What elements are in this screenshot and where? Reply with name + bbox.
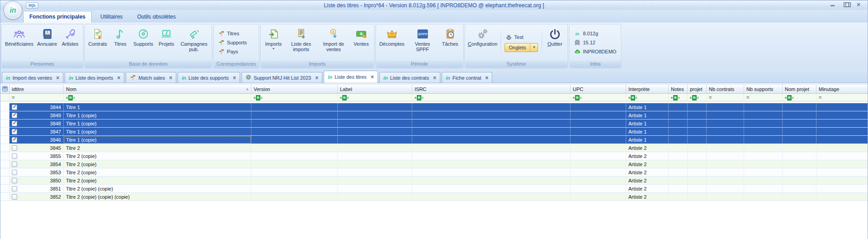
filter-cell-isrc[interactable]: aBc <box>412 94 571 101</box>
filter-cell-label[interactable]: aBc <box>338 94 412 101</box>
column-header-nom[interactable]: Nom▲ <box>64 84 251 94</box>
ribbon-tab-utilitaires[interactable]: Utilitaires <box>94 11 128 23</box>
close-icon[interactable]: × <box>857 2 863 7</box>
filter-cell-idtitre[interactable]: = <box>9 94 64 101</box>
ribbon-button-supports[interactable]: Supports <box>132 25 155 60</box>
ribbon-button-decomptes[interactable]: Décomptes <box>377 25 406 60</box>
ribbon-button-quitter[interactable]: Quitter <box>543 25 566 60</box>
column-header-label[interactable]: Label <box>338 84 412 94</box>
document-tab-liste-des-titres[interactable]: inListe des titres× <box>324 71 378 83</box>
grid-row-3847[interactable]: 3847Titre 1 (copie)Artiste 1 <box>0 128 868 136</box>
grid-row-3850[interactable]: 3850Titre 2 (copie)Artiste 2 <box>0 177 868 185</box>
grid-row-3851[interactable]: 3851Titre 2 (copie) (copie)Artiste 2 <box>0 185 868 193</box>
filter-cell-upc[interactable]: aBc <box>571 94 626 101</box>
close-icon[interactable]: × <box>433 76 436 80</box>
column-header-version[interactable]: Version <box>251 84 338 94</box>
checkbox-checked-icon[interactable] <box>12 105 17 110</box>
close-icon[interactable]: × <box>485 76 488 80</box>
column-header-nom-projet[interactable]: Nom projet <box>783 84 816 94</box>
ribbon-tab-fonctions-principales[interactable]: Fonctions principales <box>23 11 92 23</box>
restore-icon[interactable] <box>843 2 849 7</box>
grid-row-3846[interactable]: 3846Titre 1 (copie)Artiste 1 <box>0 136 868 144</box>
ribbon-button-projets[interactable]: Projets <box>155 25 178 60</box>
column-header-nb-contrats[interactable]: Nb contrats <box>707 84 744 94</box>
grid-row-3853[interactable]: 3853Titre 2 (copie)Artiste 2 <box>0 168 868 177</box>
checkbox-unchecked-icon[interactable] <box>12 153 17 159</box>
close-icon[interactable]: × <box>371 75 374 79</box>
ribbon-button-ventes-sppf[interactable]: SPPFVentes SPPF <box>406 25 439 60</box>
close-icon[interactable]: × <box>169 76 172 80</box>
grid-row-3849[interactable]: 3849Titre 1 (copie)Artiste 1 <box>0 111 868 120</box>
document-tab-match-sales[interactable]: Match sales× <box>126 72 176 83</box>
checkbox-unchecked-icon[interactable] <box>12 178 17 183</box>
filter-cell-version[interactable]: aBc <box>251 94 338 101</box>
ribbon-button-annuaire[interactable]: Annuaire <box>35 25 59 60</box>
checkbox-unchecked-icon[interactable] <box>12 186 17 191</box>
checkbox-unchecked-icon[interactable] <box>12 170 17 175</box>
column-header-nb-supports[interactable]: Nb supports <box>744 84 783 94</box>
checkbox-unchecked-icon[interactable] <box>12 162 17 167</box>
ribbon-button-titres[interactable]: Titres <box>109 25 132 60</box>
grid-row-3852[interactable]: 3852Titre 2 (copie) (copie) (copie)Artis… <box>0 193 868 201</box>
filter-cell-nom[interactable]: aBc <box>64 94 251 101</box>
filter-cell-nom_projet[interactable]: aBc <box>783 94 816 101</box>
document-tab-liste-des-contrats[interactable]: inListe des contrats× <box>379 72 440 83</box>
filter-cell-notes[interactable]: aBc <box>669 94 688 101</box>
sql-quick-access-button[interactable]: SQL <box>26 2 38 9</box>
ribbon-button-pays[interactable]: Pays <box>217 48 248 55</box>
ribbon-button-imports[interactable]: Imports▼ <box>262 25 285 60</box>
ribbon-button-titres[interactable]: Titres <box>217 30 248 37</box>
ribbon-tab-outils-obsoletes[interactable]: Outils obsolètes <box>131 11 181 23</box>
close-icon[interactable]: × <box>233 76 236 80</box>
ribbon-button-contrats[interactable]: Contrats <box>86 25 109 60</box>
grid-row-3855[interactable]: 3855Titre 2 (copie)Artiste 2 <box>0 152 868 160</box>
grid-row-3845[interactable]: 3845Titre 2Artiste 2 <box>0 144 868 152</box>
column-header-notes[interactable]: Notes <box>669 84 688 94</box>
document-tab-liste-des-imports[interactable]: inListe des imports× <box>65 72 124 83</box>
checkbox-unchecked-icon[interactable] <box>12 194 17 200</box>
grid-row-3854[interactable]: 3854Titre 2 (copie)Artiste 2 <box>0 160 868 168</box>
document-tab-import-des-ventes[interactable]: inImport des ventes× <box>2 72 63 83</box>
filter-cell-interprete[interactable]: aBc <box>626 94 669 101</box>
ribbon-button-15-12[interactable]: 15.12 <box>573 39 617 46</box>
column-header-interprete[interactable]: Interprète <box>626 84 669 94</box>
column-header-isrc[interactable]: ISRC <box>412 84 571 94</box>
checkbox-checked-icon[interactable] <box>12 129 17 134</box>
column-header-projet[interactable]: projet <box>688 84 707 94</box>
checkbox-checked-icon[interactable] <box>12 113 17 118</box>
filter-cell-nb_supports[interactable]: = <box>744 94 783 101</box>
document-tab-fiche-contrat[interactable]: inFiche contrat× <box>442 72 492 83</box>
column-header-upc[interactable]: UPC <box>571 84 626 94</box>
ribbon-button-supports[interactable]: Supports <box>217 39 248 46</box>
ribbon-button-artistes[interactable]: Artistes <box>59 25 81 60</box>
filter-cell-minutage[interactable]: = <box>816 94 868 101</box>
checkbox-checked-icon[interactable] <box>12 121 17 126</box>
column-header-indicator[interactable] <box>0 84 9 94</box>
close-icon[interactable]: × <box>56 76 59 80</box>
filter-cell-nb_contrats[interactable]: = <box>707 94 744 101</box>
minimize-icon[interactable] <box>830 2 836 7</box>
ribbon-button-8-012g[interactable]: in8.012g <box>573 30 617 37</box>
ribbon-button-configuration[interactable]: Configuration <box>467 25 499 60</box>
checkbox-checked-icon[interactable] <box>12 137 17 143</box>
ribbon-button-inpro8demo[interactable]: INPRO8DEMO <box>573 48 617 55</box>
column-header-idtitre[interactable]: idtitre <box>9 84 64 94</box>
document-tab-support-nrj-hit-list-2023[interactable]: Support NRJ Hit List 2023× <box>241 72 322 83</box>
app-menu-orb[interactable]: in <box>4 1 22 19</box>
ribbon-button-liste-des-imports[interactable]: Liste des imports <box>285 25 317 60</box>
ribbon-button-onglets[interactable]: Onglets▼ <box>505 43 538 52</box>
close-icon[interactable]: × <box>117 76 120 80</box>
column-header-minutage[interactable]: Minutage <box>816 84 868 94</box>
document-tab-liste-des-supports[interactable]: inListe des supports× <box>178 72 240 83</box>
grid-row-3844[interactable]: 3844Titre 1Artiste 1 <box>0 103 868 111</box>
close-icon[interactable]: × <box>315 76 318 80</box>
ribbon-button-ventes[interactable]: $Ventes <box>350 25 373 60</box>
grid-row-3848[interactable]: 3848Titre 1 (copie)Artiste 1 <box>0 120 868 128</box>
ribbon-button-campagnes-pub[interactable]: Campagnes pub. <box>178 25 210 60</box>
chevron-down-icon[interactable]: ▼ <box>530 43 538 52</box>
ribbon-button-taches[interactable]: Tâches <box>439 25 462 60</box>
checkbox-unchecked-icon[interactable] <box>12 145 17 151</box>
ribbon-button-test[interactable]: Test <box>505 33 538 41</box>
ribbon-button-import-de-ventes[interactable]: $Import de ventes <box>317 25 350 60</box>
ribbon-button-beneficiaires[interactable]: Bénéficiaires <box>3 25 35 60</box>
